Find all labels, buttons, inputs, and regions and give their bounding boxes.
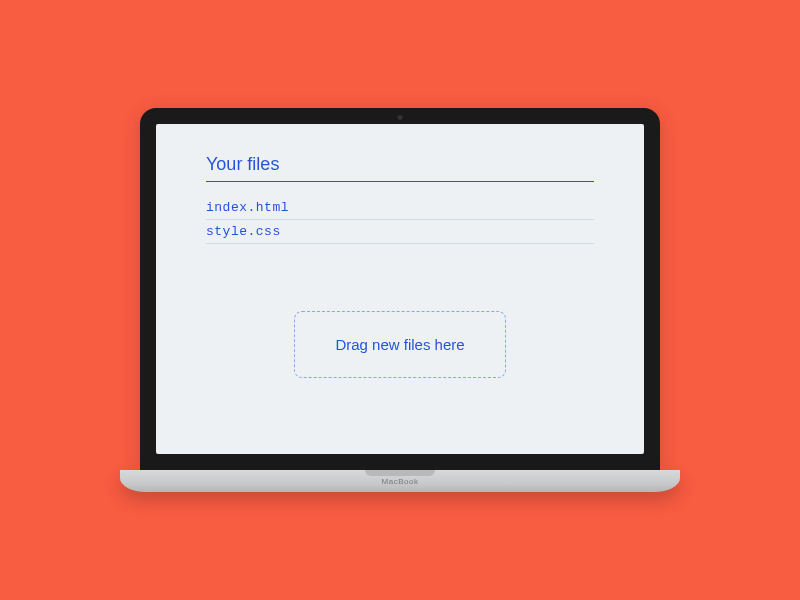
screen-bezel: Your files index.html style.css Drag new… [140, 108, 660, 470]
camera-icon [398, 115, 403, 120]
file-dropzone[interactable]: Drag new files here [294, 311, 505, 378]
files-heading: Your files [206, 154, 594, 182]
dropzone-container: Drag new files here [206, 264, 594, 424]
list-item[interactable]: index.html [206, 196, 594, 220]
laptop-base: MacBook [120, 470, 680, 492]
file-list: index.html style.css [206, 196, 594, 244]
hinge-notch [365, 470, 435, 476]
laptop-mockup: Your files index.html style.css Drag new… [120, 108, 680, 492]
device-brand-label: MacBook [382, 477, 419, 486]
list-item[interactable]: style.css [206, 220, 594, 244]
screen-content: Your files index.html style.css Drag new… [156, 124, 644, 454]
